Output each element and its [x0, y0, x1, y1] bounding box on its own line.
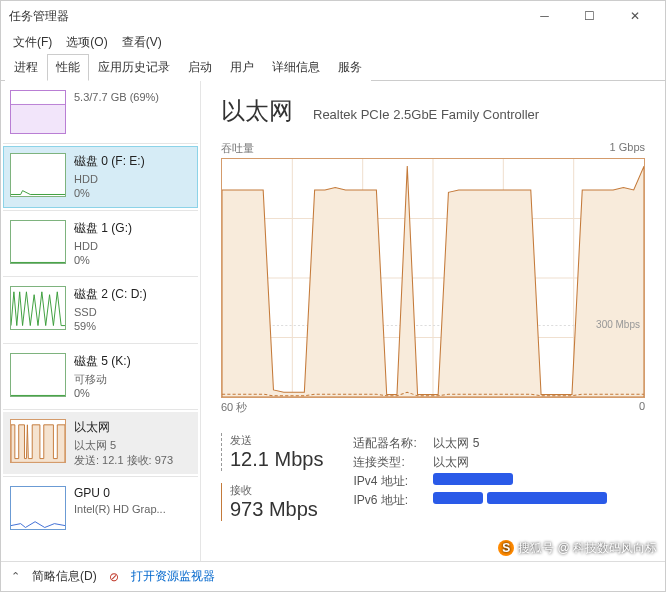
adapter-name: Realtek PCIe 2.5GbE Family Controller [313, 107, 539, 122]
disk-thumb-icon [10, 220, 66, 264]
tab-services[interactable]: 服务 [329, 54, 371, 81]
ipv6-redacted [433, 492, 483, 504]
ipv4-redacted [433, 473, 513, 485]
menubar: 文件(F) 选项(O) 查看(V) [1, 31, 665, 53]
window-title: 任务管理器 [9, 8, 522, 25]
sidebar-item-disk1[interactable]: 磁盘 1 (G:)HDD0% [3, 213, 198, 275]
disk-thumb-icon [10, 353, 66, 397]
footer: ⌃ 简略信息(D) ⊘ 打开资源监视器 [1, 561, 665, 591]
sidebar-item-ethernet[interactable]: 以太网以太网 5发送: 12.1 接收: 973 [3, 412, 198, 474]
sidebar-item-gpu0[interactable]: GPU 0Intel(R) HD Grap... [3, 479, 198, 537]
sidebar[interactable]: 5.3/7.7 GB (69%) 磁盘 0 (F: E:)HDD0% 磁盘 1 … [1, 81, 201, 561]
stats: 发送 12.1 Mbps 接收 973 Mbps 适配器名称:以太网 5 连接类… [221, 433, 645, 521]
send-value: 12.1 Mbps [230, 448, 323, 471]
svg-rect-0 [11, 104, 65, 133]
tabs: 进程 性能 应用历史记录 启动 用户 详细信息 服务 [1, 53, 665, 81]
tab-users[interactable]: 用户 [221, 54, 263, 81]
gridline-label: 300 Mbps [596, 319, 640, 330]
resmon-icon: ⊘ [109, 570, 119, 584]
x-axis-right: 0 [639, 400, 645, 415]
throughput-label: 吞吐量 [221, 141, 254, 156]
maximize-button[interactable]: ☐ [567, 1, 612, 31]
disk-thumb-icon [10, 286, 66, 330]
send-label: 发送 [230, 433, 323, 448]
menu-view[interactable]: 查看(V) [116, 32, 168, 53]
sidebar-item-memory[interactable]: 5.3/7.7 GB (69%) [3, 83, 198, 141]
tab-processes[interactable]: 进程 [5, 54, 47, 81]
sidebar-item-disk5[interactable]: 磁盘 5 (K:)可移动0% [3, 346, 198, 408]
recv-value: 973 Mbps [230, 498, 323, 521]
watermark: S搜狐号 @ 科技数码风向标 [498, 540, 657, 557]
network-thumb-icon [10, 419, 66, 463]
expand-icon[interactable]: ⌃ [11, 570, 20, 583]
close-button[interactable]: ✕ [612, 1, 657, 31]
content: 5.3/7.7 GB (69%) 磁盘 0 (F: E:)HDD0% 磁盘 1 … [1, 81, 665, 561]
max-scale-label: 1 Gbps [610, 141, 645, 156]
disk-thumb-icon [10, 153, 66, 197]
x-axis-left: 60 秒 [221, 400, 247, 415]
titlebar: 任务管理器 ─ ☐ ✕ [1, 1, 665, 31]
sidebar-item-disk0[interactable]: 磁盘 0 (F: E:)HDD0% [3, 146, 198, 208]
memory-usage: 5.3/7.7 GB (69%) [74, 90, 159, 104]
sidebar-item-disk2[interactable]: 磁盘 2 (C: D:)SSD59% [3, 279, 198, 341]
tab-app-history[interactable]: 应用历史记录 [89, 54, 179, 81]
memory-thumb-icon [10, 90, 66, 134]
menu-options[interactable]: 选项(O) [60, 32, 113, 53]
menu-file[interactable]: 文件(F) [7, 32, 58, 53]
tab-details[interactable]: 详细信息 [263, 54, 329, 81]
tab-performance[interactable]: 性能 [47, 54, 89, 81]
brief-info-link[interactable]: 简略信息(D) [32, 568, 97, 585]
main-panel: 以太网 Realtek PCIe 2.5GbE Family Controlle… [201, 81, 665, 561]
tab-startup[interactable]: 启动 [179, 54, 221, 81]
minimize-button[interactable]: ─ [522, 1, 567, 31]
page-title: 以太网 [221, 95, 293, 127]
open-resmon-link[interactable]: 打开资源监视器 [131, 568, 215, 585]
connection-details: 适配器名称:以太网 5 连接类型:以太网 IPv4 地址: IPv6 地址: [353, 433, 645, 521]
gpu-thumb-icon [10, 486, 66, 530]
throughput-chart: 300 Mbps [221, 158, 645, 398]
recv-label: 接收 [230, 483, 323, 498]
